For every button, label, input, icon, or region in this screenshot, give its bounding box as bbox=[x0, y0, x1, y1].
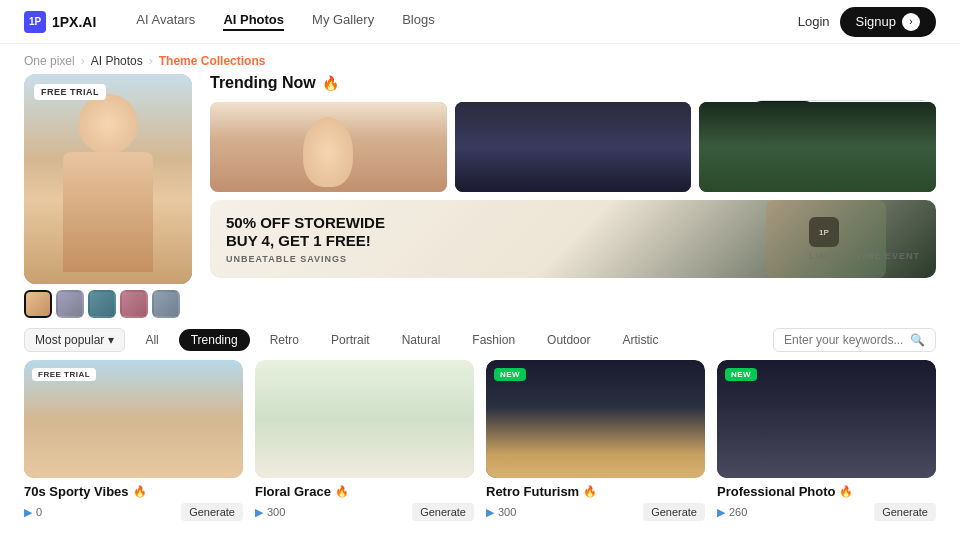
card-4-badge: new bbox=[725, 368, 757, 381]
hero-image: FREE TRIAL bbox=[24, 74, 192, 284]
card-4-generate-button[interactable]: Generate bbox=[874, 503, 936, 521]
promo-banner[interactable]: 50% OFF STOREWIDE BUY 4, GET 1 FREE! UNB… bbox=[210, 200, 936, 278]
trending-title: Trending Now bbox=[210, 74, 316, 92]
cards-grid: FREE TRIAL 70s Sporty Vibes 🔥 ▶ 0 Genera… bbox=[0, 360, 960, 540]
promo-text: 50% OFF STOREWIDE BUY 4, GET 1 FREE! UNB… bbox=[226, 214, 385, 264]
card-1-meta: ▶ 0 Generate bbox=[24, 503, 243, 521]
main-content: FREE TRIAL Trending Now 🔥 bbox=[0, 74, 960, 318]
card-3: new Retro Futurism 🔥 ▶ 300 Generate bbox=[486, 360, 705, 527]
card-1-fire-icon: 🔥 bbox=[133, 485, 147, 498]
breadcrumb-theme-collections: Theme Collections bbox=[159, 54, 266, 68]
trending-section: Trending Now 🔥 50% OFF STOREWIDE BUY 4, … bbox=[210, 74, 936, 318]
most-popular-dropdown[interactable]: Most popular ▾ bbox=[24, 328, 125, 352]
play-icon-3: ▶ bbox=[486, 506, 494, 519]
card-4-info: Professional Photo 🔥 ▶ 260 Generate bbox=[717, 478, 936, 527]
filter-natural[interactable]: Natural bbox=[390, 329, 453, 351]
card-3-count: ▶ 300 bbox=[486, 506, 516, 519]
hero-thumbnails bbox=[24, 290, 192, 318]
hero-thumb-2[interactable] bbox=[56, 290, 84, 318]
filter-artistic[interactable]: Artistic bbox=[610, 329, 670, 351]
card-2-name: Floral Grace 🔥 bbox=[255, 484, 474, 499]
trending-image-2[interactable] bbox=[455, 102, 692, 192]
logo-icon: 1P bbox=[24, 11, 46, 33]
card-4-meta: ▶ 260 Generate bbox=[717, 503, 936, 521]
fire-icon: 🔥 bbox=[322, 75, 339, 91]
card-3-generate-button[interactable]: Generate bbox=[643, 503, 705, 521]
hero-thumb-1[interactable] bbox=[24, 290, 52, 318]
card-1-count: ▶ 0 bbox=[24, 506, 42, 519]
trending-header: Trending Now 🔥 bbox=[210, 74, 936, 92]
nav-blogs[interactable]: Blogs bbox=[402, 12, 435, 31]
filter-portrait[interactable]: Portrait bbox=[319, 329, 382, 351]
hero-thumb-3[interactable] bbox=[88, 290, 116, 318]
breadcrumb-sep-2: › bbox=[149, 54, 153, 68]
breadcrumb-area: One pixel › AI Photos › Theme Collection… bbox=[0, 44, 960, 74]
trending-image-1[interactable] bbox=[210, 102, 447, 192]
promo-sub-left: UNBEATABLE SAVINGS bbox=[226, 254, 385, 264]
hero-free-trial-badge: FREE TRIAL bbox=[34, 84, 106, 100]
card-1-name: 70s Sporty Vibes 🔥 bbox=[24, 484, 243, 499]
nav-ai-avatars[interactable]: AI Avatars bbox=[136, 12, 195, 31]
logo[interactable]: 1P 1PX.AI bbox=[24, 11, 96, 33]
card-1-badge: FREE TRIAL bbox=[32, 368, 96, 381]
card-image-1[interactable]: FREE TRIAL bbox=[24, 360, 243, 478]
card-2-info: Floral Grace 🔥 ▶ 300 Generate bbox=[255, 478, 474, 527]
search-input[interactable] bbox=[784, 333, 904, 347]
nav-actions: Login Signup › bbox=[798, 7, 936, 37]
card-3-badge: new bbox=[494, 368, 526, 381]
hero-card: FREE TRIAL bbox=[24, 74, 192, 318]
card-4-count: ▶ 260 bbox=[717, 506, 747, 519]
card-image-3[interactable]: new bbox=[486, 360, 705, 478]
breadcrumb-ai-photos[interactable]: AI Photos bbox=[91, 54, 143, 68]
promo-headline-2: BUY 4, GET 1 FREE! bbox=[226, 232, 385, 250]
breadcrumb-sep-1: › bbox=[81, 54, 85, 68]
promo-headline-1: 50% OFF STOREWIDE bbox=[226, 214, 385, 232]
filter-outdoor[interactable]: Outdoor bbox=[535, 329, 602, 351]
card-image-4[interactable]: new bbox=[717, 360, 936, 478]
card-2: Floral Grace 🔥 ▶ 300 Generate bbox=[255, 360, 474, 527]
play-icon-1: ▶ bbox=[24, 506, 32, 519]
trending-image-3[interactable] bbox=[699, 102, 936, 192]
card-2-generate-button[interactable]: Generate bbox=[412, 503, 474, 521]
breadcrumb-one-pixel[interactable]: One pixel bbox=[24, 54, 75, 68]
promo-background-image bbox=[766, 200, 886, 278]
signup-arrow-icon: › bbox=[902, 13, 920, 31]
card-3-name: Retro Futurism 🔥 bbox=[486, 484, 705, 499]
card-3-meta: ▶ 300 Generate bbox=[486, 503, 705, 521]
filter-trending[interactable]: Trending bbox=[179, 329, 250, 351]
breadcrumb: One pixel › AI Photos › Theme Collection… bbox=[24, 54, 265, 68]
card-4: new Professional Photo 🔥 ▶ 260 Generate bbox=[717, 360, 936, 527]
filter-retro[interactable]: Retro bbox=[258, 329, 311, 351]
card-4-fire-icon: 🔥 bbox=[839, 485, 853, 498]
card-4-name: Professional Photo 🔥 bbox=[717, 484, 936, 499]
filter-bar: Most popular ▾ All Trending Retro Portra… bbox=[0, 318, 960, 360]
card-image-2[interactable] bbox=[255, 360, 474, 478]
filter-fashion[interactable]: Fashion bbox=[460, 329, 527, 351]
chevron-down-icon: ▾ bbox=[108, 333, 114, 347]
navbar: 1P 1PX.AI AI Avatars AI Photos My Galler… bbox=[0, 0, 960, 44]
logo-text: 1PX.AI bbox=[52, 14, 96, 30]
filter-all[interactable]: All bbox=[133, 329, 170, 351]
card-2-meta: ▶ 300 Generate bbox=[255, 503, 474, 521]
nav-links: AI Avatars AI Photos My Gallery Blogs bbox=[136, 12, 797, 31]
card-1: FREE TRIAL 70s Sporty Vibes 🔥 ▶ 0 Genera… bbox=[24, 360, 243, 527]
search-icon[interactable]: 🔍 bbox=[910, 333, 925, 347]
nav-ai-photos[interactable]: AI Photos bbox=[223, 12, 284, 31]
card-2-fire-icon: 🔥 bbox=[335, 485, 349, 498]
signup-button[interactable]: Signup › bbox=[840, 7, 936, 37]
hero-thumb-5[interactable] bbox=[152, 290, 180, 318]
card-3-fire-icon: 🔥 bbox=[583, 485, 597, 498]
login-button[interactable]: Login bbox=[798, 14, 830, 29]
card-1-generate-button[interactable]: Generate bbox=[181, 503, 243, 521]
play-icon-2: ▶ bbox=[255, 506, 263, 519]
card-3-info: Retro Futurism 🔥 ▶ 300 Generate bbox=[486, 478, 705, 527]
card-1-info: 70s Sporty Vibes 🔥 ▶ 0 Generate bbox=[24, 478, 243, 527]
search-box: 🔍 bbox=[773, 328, 936, 352]
card-2-count: ▶ 300 bbox=[255, 506, 285, 519]
trending-grid bbox=[210, 102, 936, 192]
hero-thumb-4[interactable] bbox=[120, 290, 148, 318]
hero-image-inner bbox=[24, 74, 192, 284]
play-icon-4: ▶ bbox=[717, 506, 725, 519]
nav-my-gallery[interactable]: My Gallery bbox=[312, 12, 374, 31]
